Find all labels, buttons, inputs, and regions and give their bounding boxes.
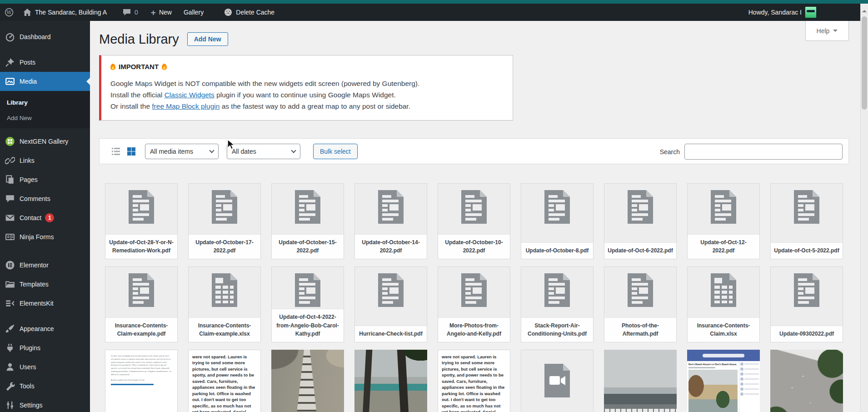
notice-text: Or install the xyxy=(110,102,152,110)
envelope-icon xyxy=(5,213,15,223)
form-card-icon xyxy=(5,232,15,242)
comments-count: 0 xyxy=(135,9,138,16)
media-item[interactable]: Hurricane-Check-list.pdf xyxy=(354,266,427,342)
grid-view-icon[interactable] xyxy=(126,146,137,157)
media-item[interactable]: Insurance-Contents-Claim-example.xlsx xyxy=(188,266,261,342)
video-file-icon xyxy=(544,364,570,397)
media-type-filter-select[interactable]: All media items xyxy=(145,144,219,159)
pdf-document-icon xyxy=(461,273,487,307)
admin-bar: The Sandarac, Building A 0 + New Gallery… xyxy=(0,4,860,21)
media-item[interactable] xyxy=(604,350,677,412)
sidebar-item-contact[interactable]: Contact 1 xyxy=(0,208,90,227)
help-dropdown[interactable]: Help xyxy=(805,21,849,41)
chevron-down-icon xyxy=(209,148,214,153)
plus-icon: + xyxy=(151,8,156,17)
sidebar-item-templates[interactable]: Templates xyxy=(0,275,90,294)
gallery-menu[interactable]: Gallery xyxy=(179,4,208,21)
sidebar-item-label: Posts xyxy=(20,59,35,66)
flame-icon xyxy=(162,64,167,70)
media-item[interactable]: Insurance-Contents-Claim.xlsx xyxy=(687,266,760,342)
comments-shortcut[interactable]: 0 xyxy=(118,4,143,21)
wordpress-logo-menu[interactable] xyxy=(0,4,18,21)
media-item[interactable]: Don's Beach House's or Don's Beach House… xyxy=(687,350,760,412)
media-item-filename: Update-of-Oct-5-2022.pdf xyxy=(771,242,843,259)
sidebar-item-plugins[interactable]: Plugins xyxy=(0,338,90,357)
media-item[interactable]: Update-of-October-17-2022.pdf xyxy=(188,183,261,259)
media-item[interactable]: Update-of-Oct-6-2022.pdf xyxy=(604,183,677,259)
media-item[interactable]: Update-of-October-10-2022.pdf xyxy=(438,183,510,259)
media-item[interactable] xyxy=(521,350,594,412)
sidebar-item-ninja-forms[interactable]: Ninja Forms xyxy=(0,227,90,246)
nextgen-gallery-icon xyxy=(5,136,15,146)
media-item[interactable]: Update-09302022.pdf xyxy=(770,266,843,342)
contact-count-badge: 1 xyxy=(45,213,54,222)
media-item-filename: Update-09302022.pdf xyxy=(771,326,843,342)
media-item[interactable] xyxy=(354,350,427,412)
vertical-scrollbar[interactable] xyxy=(860,4,868,412)
howdy-account-menu[interactable]: Howdy, Sandarac I xyxy=(744,6,817,18)
media-item[interactable]: Stack-Report-Air-Conditioning-Units.pdf xyxy=(521,266,594,342)
media-item[interactable]: Update-of-October-8.pdf xyxy=(521,183,594,259)
sidebar-item-label: Settings xyxy=(20,402,43,409)
media-item[interactable]: Update-of-Oct-4-2022-from-Angelo-Bob-Car… xyxy=(271,266,344,342)
search-input[interactable] xyxy=(684,144,843,160)
media-item[interactable] xyxy=(770,350,843,412)
letter-text: Another update from Terry tonight at 6 p… xyxy=(111,379,172,382)
add-new-button[interactable]: Add New xyxy=(187,32,228,46)
dashboard-icon xyxy=(5,32,15,42)
sidebar-item-links[interactable]: Links xyxy=(0,151,90,170)
top-teal-strip xyxy=(0,0,868,4)
notice-text: Install the official xyxy=(110,91,165,99)
media-item[interactable]: Photos-of-the-Aftermath.pdf xyxy=(604,266,677,342)
media-item[interactable]: were not spared. Lauren is trying to sen… xyxy=(188,350,261,412)
sidebar-item-settings[interactable]: Settings xyxy=(0,396,90,412)
scroll-up-arrow-icon[interactable] xyxy=(862,8,867,12)
wrench-icon xyxy=(5,381,15,391)
map-block-plugin-link[interactable]: free Map Block plugin xyxy=(152,102,219,110)
sidebar-item-comments[interactable]: Comments xyxy=(0,189,90,208)
site-name-link[interactable]: The Sandarac, Building A xyxy=(18,4,111,21)
date-filter-select[interactable]: All dates xyxy=(227,144,300,159)
pdf-document-icon xyxy=(378,273,404,307)
delete-cache-button[interactable]: Delete Cache xyxy=(219,4,279,21)
new-content-menu[interactable]: + New xyxy=(146,4,176,21)
media-item[interactable]: Update-of-Oct-12-2022.pdf xyxy=(687,183,760,259)
notice-text: plugin if you want to continue using Goo… xyxy=(215,91,396,99)
submenu-item-add-new[interactable]: Add New xyxy=(0,110,90,126)
sidebar-item-elementskit[interactable]: ElementsKit xyxy=(0,294,90,313)
sidebar-item-elementor[interactable]: Elementor xyxy=(0,256,90,275)
sidebar-item-tools[interactable]: Tools xyxy=(0,377,90,396)
sidebar-item-label: Pages xyxy=(20,176,38,183)
sidebar-item-pages[interactable]: Pages xyxy=(0,170,90,189)
sidebar-item-media[interactable]: Media xyxy=(0,72,90,91)
sidebar-item-users[interactable]: Users xyxy=(0,357,90,377)
sidebar-item-dashboard[interactable]: Dashboard xyxy=(0,27,90,46)
sidebar-item-label: Appearance xyxy=(20,325,54,332)
sidebar-item-label: Ninja Forms xyxy=(20,233,54,241)
bulk-select-button[interactable]: Bulk select xyxy=(313,144,358,159)
media-item[interactable]: Update-of-October-15-2022.pdf xyxy=(271,183,344,259)
sidebar-item-nextgen-gallery[interactable]: NextGEN Gallery xyxy=(0,132,90,151)
pdf-document-icon xyxy=(128,190,155,224)
media-item[interactable]: Update-of-Oct-5-2022.pdf xyxy=(770,183,843,259)
media-item-filename: Update-of-Oct-12-2022.pdf xyxy=(688,234,759,259)
sidebar-item-appearance[interactable]: Appearance xyxy=(0,319,90,338)
home-icon xyxy=(23,8,32,17)
media-type-filter-value: All media items xyxy=(150,148,210,155)
media-item[interactable]: It's bad. You're probably seen the devas… xyxy=(105,350,178,412)
sidebar-item-label: Templates xyxy=(20,281,49,288)
submenu-item-library[interactable]: Library xyxy=(0,95,90,110)
facebook-header-bar xyxy=(687,350,760,361)
media-item[interactable]: Insurance-Contents-Claim-example.pdf xyxy=(105,266,178,342)
palm-trunk xyxy=(362,350,372,412)
elementor-icon xyxy=(5,260,15,270)
media-item[interactable]: were not spared. Lauren is trying to sen… xyxy=(438,350,510,412)
media-item[interactable] xyxy=(271,350,344,412)
sidebar-item-posts[interactable]: Posts xyxy=(0,53,90,72)
scrollbar-thumb[interactable] xyxy=(862,16,867,110)
media-item[interactable]: Update-of-October-14-2022.pdf xyxy=(354,183,427,259)
list-view-icon[interactable] xyxy=(110,146,121,157)
classic-widgets-link[interactable]: Classic Widgets xyxy=(165,91,215,99)
media-item[interactable]: Update-of-Oct-28-Y-or-N-Remediation-Work… xyxy=(105,183,178,259)
media-item[interactable]: More-Photos-from-Angelo-and-Kelly.pdf xyxy=(438,266,510,342)
